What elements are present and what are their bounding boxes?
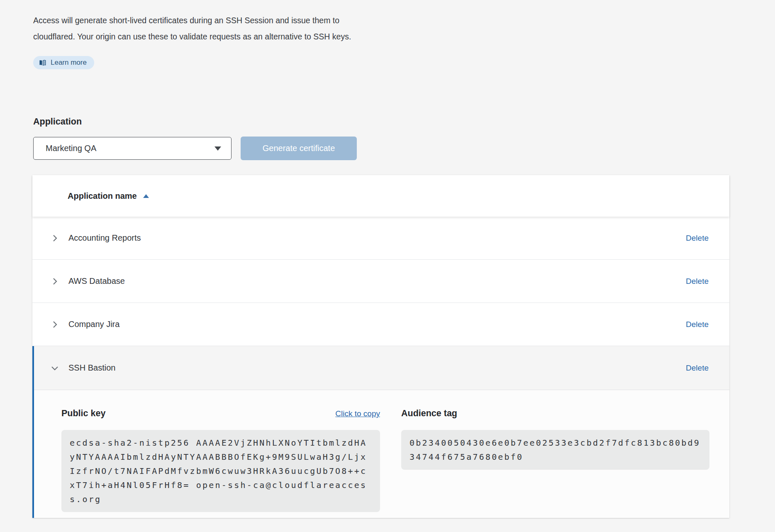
- table-row[interactable]: Accounting Reports Delete: [32, 217, 729, 260]
- column-header-application-name[interactable]: Application name: [68, 191, 149, 201]
- public-key-value: ecdsa-sha2-nistp256 AAAAE2VjZHNhLXNoYTIt…: [61, 430, 380, 512]
- audience-tag-section: Audience tag 0b2340050430e6e0b7ee02533e3…: [401, 408, 709, 512]
- generate-certificate-button[interactable]: Generate certificate: [241, 137, 357, 160]
- table-row[interactable]: Company Jira Delete: [32, 303, 729, 346]
- application-name: Accounting Reports: [68, 233, 141, 243]
- chevron-right-icon[interactable]: [50, 233, 60, 243]
- column-header-label: Application name: [68, 191, 137, 201]
- application-name: Company Jira: [68, 320, 119, 329]
- applications-table: Application name Accounting Reports Dele…: [32, 175, 729, 518]
- public-key-section: Public key Click to copy ecdsa-sha2-nist…: [61, 408, 390, 512]
- learn-more-label: Learn more: [51, 59, 87, 67]
- sort-ascending-icon[interactable]: [143, 194, 149, 198]
- chevron-right-icon[interactable]: [50, 276, 60, 286]
- intro-line-1: Access will generate short-lived certifi…: [33, 12, 775, 29]
- chevron-right-icon[interactable]: [50, 320, 60, 329]
- application-name: AWS Database: [68, 276, 125, 286]
- book-icon: [39, 59, 46, 67]
- delete-button[interactable]: Delete: [686, 277, 709, 286]
- intro-line-2: cloudflared. Your origin can use these t…: [33, 29, 775, 45]
- expanded-row-detail: Public key Click to copy ecdsa-sha2-nist…: [34, 390, 729, 518]
- learn-more-button[interactable]: Learn more: [33, 56, 94, 69]
- delete-button[interactable]: Delete: [686, 320, 709, 329]
- application-form-row: Marketing QA Generate certificate: [33, 137, 775, 160]
- application-label: Application: [33, 117, 775, 127]
- chevron-down-icon[interactable]: [50, 363, 60, 373]
- application-name: SSH Bastion: [68, 363, 115, 373]
- application-select[interactable]: Marketing QA: [33, 137, 232, 160]
- audience-tag-label: Audience tag: [401, 408, 457, 419]
- expanded-row-group: SSH Bastion Delete Public key Click to c…: [32, 346, 729, 518]
- delete-button[interactable]: Delete: [686, 234, 709, 243]
- table-header-row: Application name: [32, 175, 729, 217]
- application-select-value: Marketing QA: [46, 144, 96, 153]
- dropdown-arrow-icon: [214, 146, 221, 151]
- audience-tag-value: 0b2340050430e6e0b7ee02533e3cbd2f7dfc813b…: [401, 430, 709, 470]
- public-key-label: Public key: [61, 408, 105, 419]
- delete-button[interactable]: Delete: [686, 364, 709, 373]
- table-row[interactable]: AWS Database Delete: [32, 260, 729, 303]
- table-row-expanded[interactable]: SSH Bastion Delete: [34, 346, 729, 390]
- click-to-copy-link[interactable]: Click to copy: [335, 409, 380, 418]
- intro-text: Access will generate short-lived certifi…: [33, 12, 775, 45]
